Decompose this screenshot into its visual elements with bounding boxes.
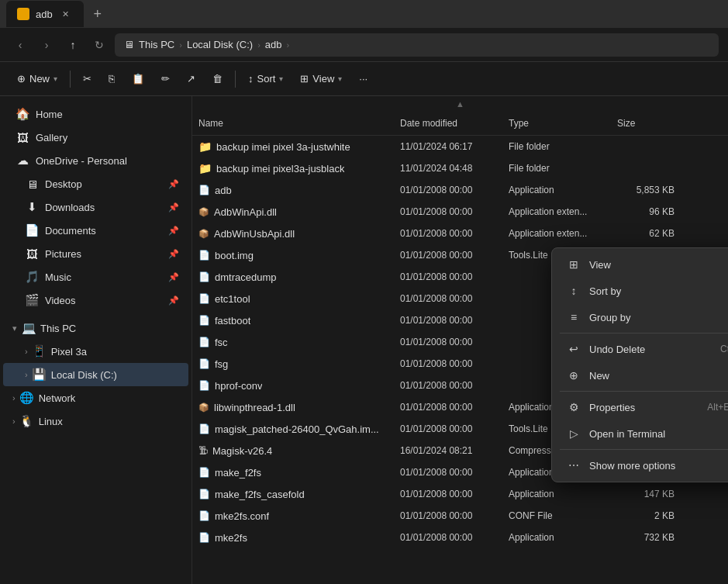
file-icon: 📄 (198, 185, 210, 195)
file-date: 01/01/2008 00:00 (394, 380, 502, 391)
breadcrumb-adb[interactable]: adb (265, 39, 282, 50)
pictures-pin-icon: 📌 (168, 249, 179, 259)
share-button[interactable]: ↗ (179, 69, 203, 88)
linux-icon: 🐧 (20, 414, 34, 428)
ctx-item-undo-delete[interactable]: ↩ Undo Delete Ctrl+Z (555, 336, 728, 362)
file-type: CONF File (502, 510, 611, 521)
col-name-header[interactable]: Name (192, 115, 394, 132)
refresh-button[interactable]: ↻ (88, 34, 110, 56)
sidebar-item-desktop[interactable]: 🖥 Desktop 📌 (3, 172, 188, 195)
ctx-undo-delete-label: Undo Delete (589, 344, 712, 355)
sidebar-item-downloads[interactable]: ⬇ Downloads 📌 (3, 195, 188, 219)
file-name-text: libwinpthread-1.dll (214, 402, 295, 413)
sidebar-item-videos[interactable]: 🎬 Videos 📌 (3, 289, 188, 312)
new-dropdown-icon: ▾ (53, 74, 57, 83)
file-date: 01/01/2008 00:00 (394, 206, 502, 217)
sidebar-item-gallery[interactable]: 🖼 Gallery (3, 126, 188, 149)
table-row[interactable]: 📦 AdbWinApi.dll 01/01/2008 00:00 Applica… (192, 201, 728, 223)
ctx-undo-delete-icon: ↩ (566, 341, 581, 357)
scroll-up-button[interactable]: ▲ (192, 96, 728, 112)
rename-icon: ✏ (161, 73, 170, 85)
downloads-label: Downloads (45, 202, 162, 213)
delete-button[interactable]: 🗑 (205, 69, 230, 88)
file-type: Application exten... (502, 206, 611, 217)
ctx-sort-by-icon: ↕ (566, 283, 581, 299)
new-tab-button[interactable]: + (87, 3, 109, 25)
table-row[interactable]: 📦 AdbWinUsbApi.dll 01/01/2008 00:00 Appl… (192, 223, 728, 244)
cut-button[interactable]: ✂ (75, 69, 99, 88)
file-date: 01/01/2008 00:00 (394, 250, 502, 261)
breadcrumb-sep-1: › (179, 40, 182, 50)
sidebar-section-pixel3a[interactable]: › 📱 Pixel 3a (3, 340, 188, 363)
table-row[interactable]: 📁 backup imei pixel 3a-justwhite 11/01/2… (192, 136, 728, 157)
ctx-item-new[interactable]: ⊕ New › (555, 362, 728, 389)
tab-close-button[interactable]: ✕ (59, 7, 73, 21)
back-button[interactable]: ‹ (9, 34, 31, 56)
file-type: File folder (502, 163, 611, 174)
breadcrumb-sep-3: › (287, 40, 290, 50)
file-size: 96 KB (611, 206, 681, 217)
sidebar-item-home[interactable]: 🏠 Home (3, 102, 188, 126)
share-icon: ↗ (187, 73, 195, 85)
sidebar-section-local-disk[interactable]: › 💾 Local Disk (C:) (3, 363, 188, 386)
col-date-header[interactable]: Date modified (394, 115, 502, 132)
file-name-text: hprof-conv (215, 380, 262, 392)
copy-button[interactable]: ⎘ (101, 69, 122, 88)
tab-adb[interactable]: adb ✕ (6, 1, 84, 27)
file-icon: 📦 (198, 207, 209, 217)
paste-button[interactable]: 📋 (124, 69, 152, 88)
cut-icon: ✂ (83, 73, 91, 85)
sidebar-item-documents[interactable]: 📄 Documents 📌 (3, 219, 188, 242)
file-size: 62 KB (611, 228, 681, 239)
breadcrumb-local-disk[interactable]: Local Disk (C:) (187, 39, 253, 50)
view-label: View (312, 73, 334, 85)
ctx-item-show-more[interactable]: ⋯ Show more options (555, 452, 728, 479)
table-row[interactable]: 📄 mke2fs.conf 01/01/2008 00:00 CONF File… (192, 505, 728, 527)
ctx-item-view[interactable]: ⊞ View › (555, 251, 728, 278)
file-date: 01/01/2008 00:00 (394, 271, 502, 282)
sidebar-item-onedrive[interactable]: ☁ OneDrive - Personal (3, 149, 188, 172)
sidebar-section-network[interactable]: › 🌐 Network (3, 386, 188, 409)
downloads-icon: ⬇ (25, 200, 39, 214)
table-row[interactable]: 📄 adb 01/01/2008 00:00 Application 5,853… (192, 179, 728, 201)
toolbar-separator-2 (235, 71, 236, 88)
sidebar-item-pictures[interactable]: 🖼 Pictures 📌 (3, 242, 188, 265)
breadcrumb[interactable]: 🖥 This PC › Local Disk (C:) › adb › (115, 33, 719, 57)
more-options-button[interactable]: ··· (351, 69, 375, 88)
documents-icon: 📄 (25, 223, 39, 237)
sidebar-section-this-pc[interactable]: ▾ 💻 This PC (3, 316, 188, 340)
file-name-text: boot.img (215, 250, 254, 261)
new-button[interactable]: ⊕ New ▾ (9, 69, 65, 88)
table-row[interactable]: 📁 backup imei pixel3a-jusblack 11/01/202… (192, 157, 728, 179)
forward-button[interactable]: › (36, 34, 57, 56)
new-label: New (29, 73, 50, 85)
table-row[interactable]: 📄 mke2fs 01/01/2008 00:00 Application 73… (192, 527, 728, 548)
ctx-item-group-by[interactable]: ≡ Group by › (555, 304, 728, 330)
main-layout: 🏠 Home 🖼 Gallery ☁ OneDrive - Personal 🖥… (0, 96, 728, 584)
table-row[interactable]: 📄 make_f2fs_casefold 01/01/2008 00:00 Ap… (192, 483, 728, 505)
view-button[interactable]: ⊞ View ▾ (292, 69, 350, 88)
gallery-icon: 🖼 (16, 130, 29, 144)
sort-icon: ↕ (248, 73, 254, 85)
ctx-item-open-terminal[interactable]: ▷ Open in Terminal (555, 420, 728, 447)
file-icon: 📄 (198, 510, 210, 521)
col-type-header[interactable]: Type (502, 115, 611, 132)
breadcrumb-this-pc[interactable]: This PC (139, 39, 174, 50)
file-icon: 📄 (198, 250, 210, 261)
file-type: Application (502, 489, 611, 499)
file-name-text: fsc (215, 337, 228, 348)
toolbar-separator-1 (70, 71, 71, 88)
file-icon: 📁 (198, 162, 212, 175)
ctx-item-sort-by[interactable]: ↕ Sort by › (555, 278, 728, 304)
sidebar-item-music[interactable]: 🎵 Music 📌 (3, 265, 188, 289)
file-name-text: etc1tool (215, 293, 250, 305)
ctx-item-properties[interactable]: ⚙ Properties Alt+Enter (555, 394, 728, 420)
linux-expand-icon: › (12, 416, 16, 426)
col-size-header[interactable]: Size (611, 115, 681, 132)
local-disk-label: Local Disk (C:) (51, 369, 117, 381)
up-button[interactable]: ↑ (62, 34, 84, 56)
sort-button[interactable]: ↕ Sort ▾ (240, 69, 291, 88)
sidebar-section-linux[interactable]: › 🐧 Linux (3, 409, 188, 433)
paste-icon: 📋 (132, 73, 144, 85)
rename-button[interactable]: ✏ (154, 69, 178, 88)
